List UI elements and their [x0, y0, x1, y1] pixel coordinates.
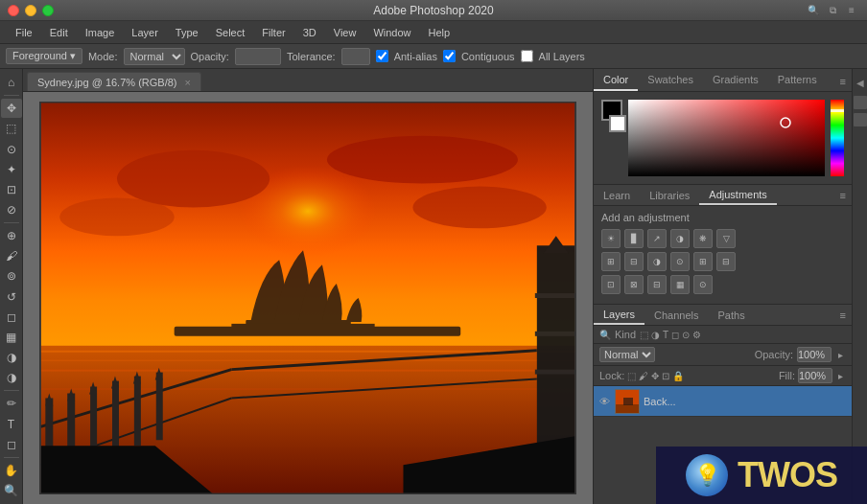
layer-visibility-toggle[interactable]: 👁 [598, 395, 611, 408]
color-hue-bar[interactable] [831, 100, 844, 176]
photo-filter-icon[interactable]: ⊙ [670, 252, 690, 271]
invert-icon[interactable]: ⊡ [601, 275, 621, 294]
contiguous-checkbox[interactable] [443, 50, 456, 62]
dodge-tool[interactable]: ◑ [1, 368, 22, 387]
color-lookup-icon[interactable]: ⊟ [716, 252, 736, 271]
eraser-tool[interactable]: ◻ [1, 308, 22, 327]
brush-tool[interactable]: 🖌 [1, 246, 22, 265]
curves-icon[interactable]: ↗ [647, 229, 667, 248]
history-brush[interactable]: ↺ [1, 287, 22, 307]
selection-tool[interactable]: ⬚ [1, 119, 22, 138]
crop-tool[interactable]: ⊡ [1, 180, 22, 199]
selective-color-icon[interactable]: ⊙ [693, 275, 713, 294]
lock-all-icon[interactable]: 🔒 [672, 371, 684, 381]
lock-image-icon[interactable]: 🖌 [639, 371, 648, 381]
close-button[interactable] [8, 5, 19, 16]
menu-item-select[interactable]: Select [208, 25, 253, 40]
filter-options-icon[interactable]: ⚙ [692, 330, 701, 340]
menu-item-filter[interactable]: Filter [254, 25, 293, 40]
channels-tab[interactable]: Channels [644, 307, 708, 324]
menu-item-help[interactable]: Help [421, 25, 458, 40]
home-icon[interactable]: ⌂ [1, 73, 22, 92]
eyedropper-tool[interactable]: ⊘ [1, 200, 22, 219]
panel-icon-1[interactable] [854, 96, 867, 109]
black-white-icon[interactable]: ◑ [647, 252, 667, 271]
shape-tool[interactable]: ◻ [1, 435, 22, 454]
triangle-icon[interactable]: ▽ [716, 229, 736, 248]
layer-row[interactable]: 👁 Back... [594, 386, 852, 417]
opacity-input[interactable] [797, 347, 832, 362]
background-swatch[interactable] [609, 115, 626, 132]
mode-select[interactable]: Normal Multiply Screen [124, 48, 185, 65]
menu-item-window[interactable]: Window [365, 25, 418, 40]
menu-item-type[interactable]: Type [168, 25, 206, 40]
foreground-selector[interactable]: Foreground ▾ [6, 48, 82, 64]
all-layers-checkbox[interactable] [521, 50, 533, 62]
pen-tool[interactable]: ✏ [1, 394, 22, 413]
text-filter-icon[interactable]: T [663, 330, 668, 340]
menu-item-file[interactable]: File [8, 25, 40, 40]
blend-mode-select[interactable]: Normal [599, 347, 655, 362]
lock-position-icon[interactable]: ✥ [651, 371, 659, 381]
brightness-contrast-icon[interactable]: ☀ [601, 229, 621, 248]
tolerance-input[interactable]: 2 [341, 48, 370, 65]
learn-tab[interactable]: Learn [594, 187, 640, 204]
close-tab-icon[interactable]: × [184, 77, 190, 88]
menu-item-layer[interactable]: Layer [124, 25, 166, 40]
canvas-content[interactable] [23, 92, 593, 504]
pixel-filter-icon[interactable]: ⬚ [640, 330, 648, 340]
adjustments-options[interactable]: ≡ [834, 187, 852, 204]
color-tab[interactable]: Color [594, 70, 638, 91]
color-panel-options[interactable]: ≡ [834, 72, 852, 91]
menu-item-image[interactable]: Image [78, 25, 123, 40]
lock-transparent-icon[interactable]: ⬚ [627, 371, 636, 381]
layers-options[interactable]: ≡ [834, 307, 852, 324]
arrange-icon[interactable]: ⧉ [825, 3, 840, 18]
vibrance-icon[interactable]: ❋ [693, 229, 713, 248]
adjustments-tab[interactable]: Adjustments [699, 186, 777, 205]
zoom-tool[interactable]: 🔍 [1, 481, 22, 500]
blur-tool[interactable]: ◑ [1, 348, 22, 367]
collapse-strip-icon[interactable]: ◀ [854, 73, 867, 92]
menu-item-view[interactable]: View [326, 25, 364, 40]
canvas-tab[interactable]: Sydney.jpg @ 16.7% (RGB/8) × [27, 72, 201, 91]
text-tool[interactable]: T [1, 415, 22, 434]
levels-icon[interactable]: ▊ [624, 229, 644, 248]
anti-alias-checkbox[interactable] [376, 50, 388, 62]
maximize-button[interactable] [42, 5, 54, 16]
color-gradient[interactable] [628, 100, 825, 176]
opacity-input[interactable]: 100% [235, 48, 281, 65]
lock-artboard-icon[interactable]: ⊡ [662, 371, 669, 381]
threshold-icon[interactable]: ⊟ [647, 275, 667, 294]
search-icon[interactable]: 🔍 [806, 3, 821, 18]
swatches-tab[interactable]: Swatches [638, 70, 703, 91]
hue-saturation-icon[interactable]: ⊞ [601, 252, 621, 271]
paths-tab[interactable]: Paths [709, 307, 755, 324]
exposure-icon[interactable]: ◑ [670, 229, 690, 248]
workspace-icon[interactable]: ≡ [844, 3, 859, 18]
minimize-button[interactable] [25, 5, 36, 16]
posterize-icon[interactable]: ⊠ [624, 275, 644, 294]
libraries-tab[interactable]: Libraries [640, 187, 699, 204]
lasso-tool[interactable]: ⊙ [1, 139, 22, 158]
move-tool[interactable]: ✥ [1, 99, 22, 118]
menu-item-edit[interactable]: Edit [42, 25, 76, 40]
fill-stepper[interactable]: ▸ [835, 371, 846, 381]
layers-tab[interactable]: Layers [594, 306, 644, 325]
wand-tool[interactable]: ✦ [1, 160, 22, 179]
menu-item-3d[interactable]: 3D [295, 25, 324, 40]
hand-tool[interactable]: ✋ [1, 461, 22, 480]
opacity-stepper[interactable]: ▸ [835, 350, 846, 360]
gradient-tool[interactable]: ▦ [1, 328, 22, 347]
gradients-tab[interactable]: Gradients [703, 70, 768, 91]
gradient-map-icon[interactable]: ▦ [670, 275, 690, 294]
fill-input[interactable] [798, 368, 832, 383]
heal-tool[interactable]: ⊕ [1, 226, 22, 245]
channel-mixer-icon[interactable]: ⊞ [693, 252, 713, 271]
patterns-tab[interactable]: Patterns [768, 70, 827, 91]
adjustment-filter-icon[interactable]: ◑ [651, 330, 660, 340]
clone-tool[interactable]: ⊚ [1, 266, 22, 286]
smart-filter-icon[interactable]: ⊙ [682, 330, 690, 340]
color-balance-icon[interactable]: ⊟ [624, 252, 644, 271]
shape-filter-icon[interactable]: ◻ [671, 330, 679, 340]
